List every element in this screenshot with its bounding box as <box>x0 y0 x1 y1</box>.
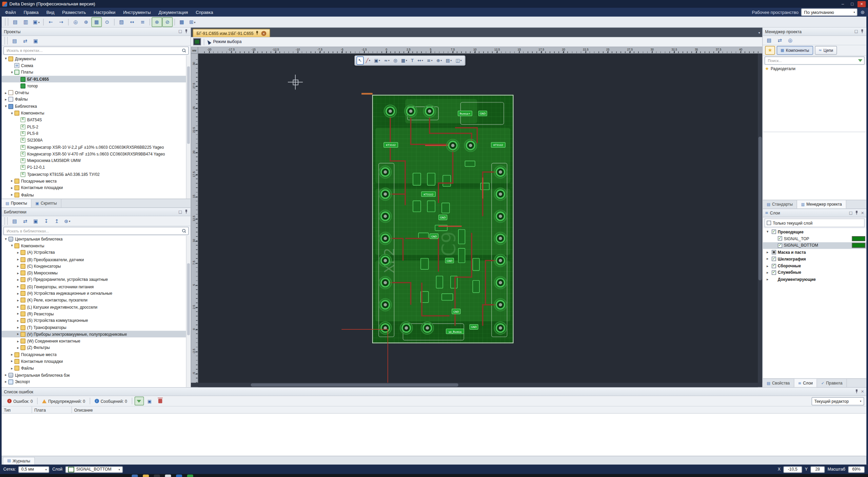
table-tool[interactable]: ▤▾ <box>444 57 453 65</box>
horizontal-scrollbar[interactable] <box>198 383 758 387</box>
panel-splitter[interactable] <box>763 132 866 132</box>
save-all-button[interactable]: ▣ <box>31 36 41 45</box>
pcb-canvas[interactable]: ХР2С9Вывод+GNDКТ3102КТ3102КТ3102GNDGNDGN… <box>198 54 758 382</box>
maximize-panel-icon[interactable]: □ <box>178 29 182 34</box>
current-layer-only-checkbox[interactable] <box>767 221 771 225</box>
expander-closed-icon[interactable]: ▸ <box>16 332 21 336</box>
expander-closed-icon[interactable]: ▸ <box>16 271 21 275</box>
errors-counter[interactable]: !Ошибок: 0 <box>4 397 36 406</box>
errors-table-body[interactable] <box>2 414 866 456</box>
close-button[interactable]: × <box>857 1 866 7</box>
manager-tab-Стандарты[interactable]: ▤Стандарты <box>763 200 797 208</box>
project-item-row[interactable]: топор <box>2 83 191 89</box>
gear-icon[interactable]: ⊛ <box>861 9 865 15</box>
select-tool[interactable]: ↖ <box>356 57 363 65</box>
expander-closed-icon[interactable]: ▸ <box>765 257 770 261</box>
expander-closed-icon[interactable]: ▸ <box>9 186 15 190</box>
expander-closed-icon[interactable]: ▸ <box>16 264 21 268</box>
toolbar-drag-handle[interactable] <box>4 37 8 44</box>
expander-closed-icon[interactable]: ▸ <box>16 298 21 303</box>
new-library-button[interactable]: ▤ <box>9 216 20 226</box>
filter-errors-button[interactable] <box>134 397 144 406</box>
expander-closed-icon[interactable]: ▸ <box>16 339 21 343</box>
expander-closed-icon[interactable]: ▸ <box>16 305 21 309</box>
menu-item-Инструменты[interactable]: Инструменты <box>119 8 155 17</box>
project-item-row[interactable]: ▸Файлы <box>2 96 191 103</box>
close-icon[interactable]: × <box>861 389 864 394</box>
expander-closed-icon[interactable]: ▸ <box>9 179 15 183</box>
library-item-row[interactable]: ▸(T) Трансформаторы <box>2 324 191 331</box>
polygon-tool[interactable]: ▦▾ <box>399 57 409 65</box>
print-button[interactable]: ▧ <box>116 17 127 27</box>
library-item-row[interactable]: ▸Экспорт <box>2 378 191 385</box>
layers-tree[interactable]: ▾ПроводящиеSIGNAL_TOPSIGNAL_BOTTOM▸Маска… <box>763 228 866 378</box>
refresh-button[interactable]: ⇄ <box>20 216 31 226</box>
nets-button[interactable]: ≈ Цепи <box>815 46 837 55</box>
library-item-row[interactable]: ▸(L) Катушки индуктивности, дроссели <box>2 304 191 310</box>
search-button[interactable]: ◎ <box>70 17 81 27</box>
library-item-row[interactable]: ▸(F) Предохранители, устройства защитные <box>2 276 191 283</box>
library-item-row[interactable]: ▾Компоненты <box>2 243 191 249</box>
expander-closed-icon[interactable]: ▸ <box>9 366 15 370</box>
project-item-row[interactable]: Микросхема LM358DR UMW <box>2 157 191 164</box>
project-item-row[interactable]: Схема <box>2 62 191 69</box>
project-item-row[interactable]: ▾Документы <box>2 55 191 62</box>
expander-closed-icon[interactable]: ▸ <box>765 264 770 268</box>
layer-checkbox[interactable] <box>772 250 776 254</box>
layer-row-Документирующие[interactable]: ▸Документирующие <box>763 276 866 283</box>
project-item-row[interactable]: BAT54S <box>2 117 191 123</box>
layer-checkbox[interactable] <box>772 270 776 275</box>
expander-closed-icon[interactable]: ▸ <box>9 359 15 364</box>
taskbar-app-3-icon[interactable] <box>176 475 182 477</box>
expander-closed-icon[interactable]: ▸ <box>16 325 21 330</box>
expander-closed-icon[interactable]: ▸ <box>3 373 8 377</box>
route-tool[interactable]: ≈▾ <box>382 57 391 65</box>
place-component-tool[interactable]: ▣▾ <box>372 57 381 65</box>
project-item-row[interactable]: ▸Отчёты <box>2 89 191 96</box>
grid-select[interactable]: 0,5 мм ▾ <box>19 466 50 473</box>
library-item-row[interactable]: ▸(A) Устройства <box>2 249 191 256</box>
settings-button[interactable]: ⊛▾ <box>62 216 73 226</box>
close-tab-icon[interactable]: × <box>261 31 266 36</box>
workspace-select[interactable]: По умолчанию ▾ <box>801 8 858 16</box>
layers-tab-Свойства[interactable]: ▤Свойства <box>763 379 794 387</box>
expander-open-icon[interactable]: ▾ <box>9 111 15 115</box>
project-item-row[interactable]: ▾Платы <box>2 69 191 76</box>
project-item-row[interactable]: Конденсатор XSR-10 V-2,2 µF ±10% s.0603 … <box>2 144 191 150</box>
expander-closed-icon[interactable]: ▸ <box>3 97 8 102</box>
projects-search-input[interactable] <box>5 48 182 53</box>
project-item-row[interactable]: Конденсатор XSR-50 V-470 nF ±10% s.0603 … <box>2 150 191 157</box>
grid-button[interactable]: ▩ <box>177 17 187 27</box>
pin-icon[interactable] <box>184 29 188 34</box>
expander-closed-icon[interactable]: ▸ <box>16 257 21 262</box>
expander-closed-icon[interactable]: ▸ <box>9 352 15 357</box>
library-item-row[interactable]: ▸Файлы <box>2 365 191 372</box>
maximize-panel-icon[interactable]: □ <box>849 211 853 215</box>
expander-open-icon[interactable]: ▾ <box>3 237 8 241</box>
layer-color-chip[interactable] <box>852 236 865 241</box>
save-button[interactable]: ▣▾ <box>31 17 41 27</box>
menu-item-Файл[interactable]: Файл <box>1 8 20 17</box>
libraries-search-input[interactable] <box>5 228 182 233</box>
measure-button[interactable]: ↔ <box>127 17 137 27</box>
project-item-row[interactable]: ▸Посадочные места <box>2 178 191 185</box>
taskbar-app-4-icon[interactable] <box>187 475 193 477</box>
column-board[interactable]: Плата <box>32 407 72 413</box>
layer-checkbox[interactable] <box>772 230 776 234</box>
via-tool[interactable]: ◎ <box>392 57 399 65</box>
close-icon[interactable]: × <box>861 211 864 215</box>
expander-open-icon[interactable]: ▾ <box>765 230 770 234</box>
scrollbar-thumb[interactable] <box>251 383 458 387</box>
text-tool[interactable]: T <box>409 57 415 65</box>
projects-tree[interactable]: ▾ДокументыСхема▾ПлатыБГ-91.С655топор▸Отч… <box>2 55 191 199</box>
journal-tab[interactable]: ▤ Журналы <box>3 457 35 464</box>
new-document-button[interactable]: ▤ <box>10 17 20 27</box>
menu-item-Документация[interactable]: Документация <box>155 8 192 17</box>
manager-search-input[interactable] <box>767 58 858 63</box>
pin-icon[interactable] <box>256 31 259 35</box>
menu-item-Разместить[interactable]: Разместить <box>58 8 90 17</box>
messages-counter[interactable]: iСообщений: 0 <box>91 397 131 406</box>
column-type[interactable]: Тип <box>2 407 32 413</box>
scrollbar-thumb[interactable] <box>187 66 190 144</box>
maximize-panel-icon[interactable]: □ <box>178 210 182 214</box>
